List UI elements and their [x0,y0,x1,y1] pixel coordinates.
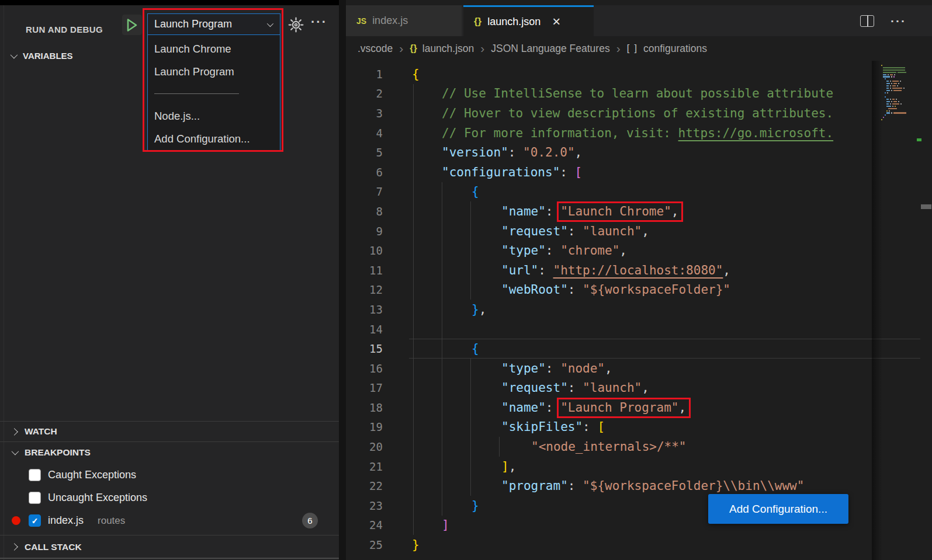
code-line-content[interactable]: "type": "node", [412,361,612,375]
line-number: 12 [346,283,383,296]
tab-launch-json[interactable]: {}launch.json× [463,5,594,36]
split-editor-icon[interactable] [860,15,874,27]
editor-group: JSindex.js{}launch.json× ··· .vscode›{}l… [346,0,932,560]
code-line-content[interactable]: } [412,499,479,513]
minimap-line [881,78,920,79]
code-editor[interactable]: 1{2// Use IntelliSense to learn about po… [346,64,879,560]
minimap-token [891,76,892,77]
editor-more-actions-icon[interactable]: ··· [891,14,906,28]
code-line-content[interactable]: "program": "${workspaceFolder}\\bin\\www… [412,479,804,493]
section-variables[interactable]: VARIABLES [11,47,73,64]
code-token: , [642,224,649,238]
minimap-line [881,114,920,116]
add-configuration-button[interactable]: Add Configuration... [708,494,848,524]
breakpoint-label: index.js [48,514,84,527]
minimap[interactable] [881,65,920,560]
code-token: "launch" [583,381,642,395]
code-line-18: 18"name": "Launch Program", [346,398,879,418]
code-token: "skipFiles" [501,420,583,434]
code-line-19: 19"skipFiles": [ [346,418,879,437]
code-token: , [575,145,583,159]
code-line-content[interactable]: { [412,185,479,199]
breakpoint-label: Caught Exceptions [48,469,136,481]
code-line-5: 5"version": "0.2.0", [346,142,879,162]
code-token: "webRoot" [501,283,568,297]
checkbox-index-js[interactable]: ✓ [29,514,41,527]
code-line-content[interactable]: "name": "Launch Program", [412,401,686,415]
code-line-content[interactable]: // For more information, visit: https://… [412,126,833,140]
minimap-line [881,67,920,68]
minimap-token [886,99,889,100]
code-token: https://go.microsoft. [678,126,834,140]
line-number: 21 [346,460,383,473]
checkbox-uncaught-exceptions[interactable] [29,492,41,504]
minimap-line [881,110,920,112]
sidebar-editor-sash[interactable] [339,0,346,560]
code-line-content[interactable]: }, [412,302,486,316]
minimap-token [883,69,905,71]
code-line-content[interactable]: ] [412,518,449,532]
minimap-line [881,88,920,89]
minimap-token [881,65,882,66]
debug-config-dropdown[interactable]: Launch Program [147,13,280,35]
code-line-content[interactable]: "request": "launch", [412,224,649,238]
code-line-content[interactable]: "webRoot": "${workspaceFolder}" [412,283,730,297]
breadcrumb-item-json-language-features[interactable]: JSON Language Features [491,43,609,55]
vertical-scrollbar[interactable] [920,61,932,560]
code-token: , [479,302,487,316]
overview-ruler-marker [917,138,921,141]
code-line-10: 10"type": "chrome", [346,241,879,260]
breakpoint-label: Uncaught Exceptions [48,492,147,504]
code-line-content[interactable]: "<node_internals>/**" [412,440,687,454]
code-line-9: 9"request": "launch", [346,221,879,241]
minimap-token [886,103,889,105]
code-line-content[interactable]: "configurations": [ [412,165,582,179]
breadcrumb-item-configurations[interactable]: configurations [643,43,707,55]
code-line-content[interactable]: { [412,342,479,356]
minimap-line [881,108,920,109]
code-token: "chrome" [560,244,619,258]
scrollbar-thumb[interactable] [921,204,931,209]
annotation-box-value: "Launch Chrome", [560,204,678,218]
code-token: , [605,361,612,375]
code-line-content[interactable]: } [412,538,420,552]
checkbox-caught-exceptions[interactable] [29,469,41,481]
code-line-content[interactable]: ], [412,460,516,474]
dropdown-item-node-js[interactable]: Node.js... [148,105,280,127]
code-line-content[interactable]: "skipFiles": [ [412,420,605,434]
breadcrumb-item-launch-json[interactable]: launch.json [422,43,474,55]
panel-title: RUN AND DEBUG [26,25,103,34]
section-breakpoints[interactable]: BREAKPOINTS [0,441,339,462]
dropdown-item-launch-program[interactable]: Launch Program [148,60,280,83]
code-token: : [508,145,523,159]
code-line-content[interactable]: "type": "chrome", [412,244,627,258]
code-token: // For more information, visit: [442,126,678,140]
code-line-content[interactable]: // Hover to view descriptions of existin… [412,106,833,120]
views-more-actions-icon[interactable]: ··· [309,13,330,31]
code-token: "request" [501,381,568,395]
tab-index-js[interactable]: JSindex.js [346,5,462,36]
breadcrumb-item-vscode[interactable]: .vscode [358,43,393,55]
code-line-content[interactable]: "url": "http://localhost:8080", [412,263,730,277]
tabs-container: JSindex.js{}launch.json× [346,5,594,36]
code-line-content[interactable]: // Use IntelliSense to learn about possi… [412,86,833,100]
watch-label: WATCH [25,426,57,437]
json-braces-icon: {} [410,43,417,54]
code-token: "name" [501,204,546,218]
dropdown-item-add-configuration[interactable]: Add Configuration... [148,127,280,150]
settings-gear-icon[interactable] [287,16,304,33]
code-line-content[interactable]: { [412,67,420,81]
code-line-content[interactable]: "name": "Launch Chrome", [412,204,678,218]
close-icon[interactable]: × [552,15,560,29]
code-token: "name" [501,401,546,415]
section-call-stack[interactable]: CALL STACK [0,535,339,558]
section-watch[interactable]: WATCH [0,421,339,441]
chevron-right-icon [11,428,18,436]
code-token: : [538,263,553,277]
code-line-content[interactable]: "version": "0.2.0", [412,145,582,159]
start-debugging-button[interactable] [122,15,142,35]
breakpoint-count-badge: 6 [302,513,318,528]
dropdown-item-launch-chrome[interactable]: Launch Chrome [148,37,280,60]
code-token: "type" [501,361,546,375]
code-line-content[interactable]: "request": "launch", [412,381,649,395]
